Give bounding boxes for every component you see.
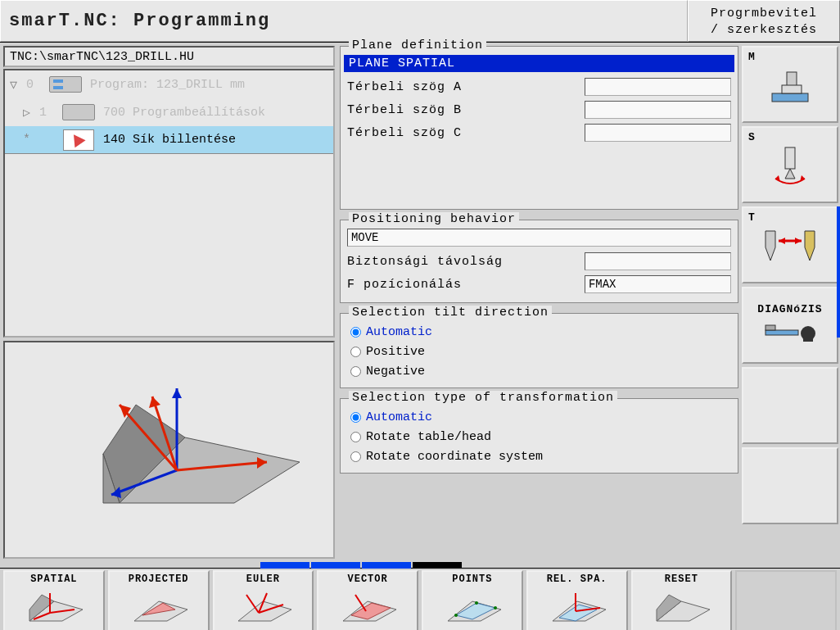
radio-row[interactable]: Negative — [347, 361, 731, 381]
svg-point-46 — [475, 601, 478, 605]
svg-rect-15 — [782, 85, 802, 93]
field-label: Térbeli szög B — [347, 103, 585, 117]
positioning-mode-input[interactable] — [347, 229, 731, 247]
angle-a-input[interactable] — [585, 78, 731, 96]
radio-label: Automatic — [366, 410, 432, 424]
positioning-group: Positioning behavior Biztonsági távolság… — [340, 220, 738, 303]
radio-row[interactable]: Rotate table/head — [347, 427, 731, 446]
button-letter: T — [748, 211, 755, 224]
page-segment[interactable] — [413, 562, 462, 569]
softkey-reset[interactable]: RESET — [631, 570, 733, 630]
tree-label: 140 Sík billentése — [103, 133, 236, 147]
softkey-label: SPATIAL — [30, 573, 77, 587]
radio-row[interactable]: Automatic — [347, 407, 731, 427]
svg-marker-17 — [785, 169, 795, 179]
radio-negative[interactable] — [350, 366, 361, 377]
radio-tf-rotate-coord[interactable] — [350, 451, 361, 462]
app-title: smarT.NC: Programming — [0, 0, 688, 42]
angle-b-input[interactable] — [585, 101, 731, 119]
svg-marker-4 — [172, 388, 182, 398]
tree-label: Program: 123_DRILL mm — [90, 78, 245, 92]
group-legend: Plane definition — [349, 39, 486, 52]
plane-type-highlight[interactable]: PLANE SPATIAL — [344, 55, 734, 72]
program-tree[interactable]: ▽ 0 Program: 123_DRILL mm ▷ 1 700 Progra… — [3, 69, 335, 338]
radio-tf-rotate-table[interactable] — [350, 432, 361, 442]
radio-label: Rotate table/head — [366, 430, 491, 444]
mode-line2: / szerkesztés — [692, 22, 836, 39]
page-segment[interactable] — [311, 562, 360, 569]
tool-icon — [757, 223, 823, 268]
softkey-projected[interactable]: PROJECTED — [108, 570, 210, 630]
transformation-group: Selection type of transformation Automat… — [340, 398, 738, 474]
diagnosis-button[interactable]: DIAGNóZIS — [742, 287, 838, 364]
relspa-icon — [536, 587, 618, 628]
field-label: Térbeli szög C — [347, 126, 585, 140]
svg-marker-21 — [805, 231, 815, 261]
radio-label: Rotate coordinate system — [366, 450, 543, 464]
spindle-button[interactable]: S — [742, 126, 838, 203]
svg-rect-25 — [765, 330, 798, 335]
button-letter: S — [748, 131, 755, 143]
tilt-icon — [61, 129, 97, 151]
side-empty-button[interactable] — [742, 447, 838, 524]
field-label: Biztonsági távolság — [347, 255, 585, 269]
radio-tf-automatic[interactable] — [350, 412, 361, 423]
tree-row[interactable]: * 140 Sík billentése — [5, 126, 333, 154]
radio-automatic[interactable] — [350, 327, 361, 338]
expand-icon[interactable]: ▷ — [23, 105, 33, 120]
expand-icon[interactable]: ▽ — [10, 77, 20, 93]
svg-rect-13 — [772, 93, 808, 102]
side-empty-button[interactable] — [742, 367, 838, 444]
f-positioning-input[interactable] — [585, 275, 731, 293]
file-path: TNC:\smarTNC\123_DRILL.HU — [3, 46, 335, 67]
radio-label: Positive — [366, 345, 425, 359]
preview-3d — [3, 341, 335, 559]
svg-point-47 — [494, 606, 497, 610]
radio-row[interactable]: Positive — [347, 342, 731, 361]
mode-line1: Progrmbevitel — [692, 6, 836, 22]
softkey-spatial[interactable]: SPATIAL — [3, 570, 105, 630]
softkey-euler[interactable]: EULER — [213, 570, 314, 630]
softkey-points[interactable]: POINTS — [422, 570, 523, 630]
softkey-vector[interactable]: VECTOR — [317, 570, 418, 630]
softkey-relspa[interactable]: REL. SPA. — [526, 570, 628, 630]
tree-index: 1 — [39, 106, 54, 120]
radio-label: Negative — [366, 365, 425, 378]
softkey-label: REL. SPA. — [547, 573, 607, 587]
softkey-bar: SPATIAL PROJECTED EULER VECTOR — [0, 568, 840, 630]
plane-definition-group: Plane definition PLANE SPATIAL Térbeli s… — [340, 46, 738, 210]
svg-marker-23 — [779, 238, 785, 244]
tree-index: 0 — [26, 78, 41, 92]
softkey-label: POINTS — [452, 573, 492, 587]
program-icon — [47, 74, 84, 95]
radio-row[interactable]: Automatic — [347, 322, 731, 342]
tool-button[interactable]: T — [742, 206, 838, 283]
radio-positive[interactable] — [350, 347, 361, 357]
angle-c-input[interactable] — [585, 124, 731, 142]
safety-distance-input[interactable] — [585, 252, 731, 270]
machine-button[interactable]: M — [742, 46, 838, 123]
svg-marker-12 — [149, 397, 160, 408]
group-legend: Selection type of transformation — [349, 391, 617, 405]
page-segment[interactable] — [362, 562, 411, 569]
side-scroll-indicator — [837, 206, 840, 338]
button-label: DIAGNóZIS — [757, 303, 822, 315]
softkey-label: PROJECTED — [129, 573, 189, 587]
svg-rect-26 — [765, 325, 775, 330]
tilt-direction-group: Selection tilt direction Automatic Posit… — [340, 313, 738, 388]
side-softkey-column: M S T — [740, 43, 840, 562]
svg-rect-28 — [803, 338, 813, 342]
projected-icon — [118, 587, 200, 628]
svg-marker-20 — [765, 231, 775, 261]
softkey-page-strip[interactable] — [0, 562, 840, 569]
tree-label: 700 Programbeállítások — [103, 106, 265, 120]
radio-row[interactable]: Rotate coordinate system — [347, 446, 731, 466]
field-label: F pozícionálás — [347, 278, 585, 292]
radio-label: Automatic — [366, 325, 432, 339]
expand-icon[interactable]: * — [23, 133, 33, 147]
tree-row[interactable]: ▽ 0 Program: 123_DRILL mm — [5, 70, 333, 98]
page-segment[interactable] — [260, 562, 309, 569]
button-letter: M — [748, 51, 755, 63]
plane-preview-icon — [21, 356, 316, 544]
tree-row[interactable]: ▷ 1 700 Programbeállítások — [5, 98, 333, 126]
